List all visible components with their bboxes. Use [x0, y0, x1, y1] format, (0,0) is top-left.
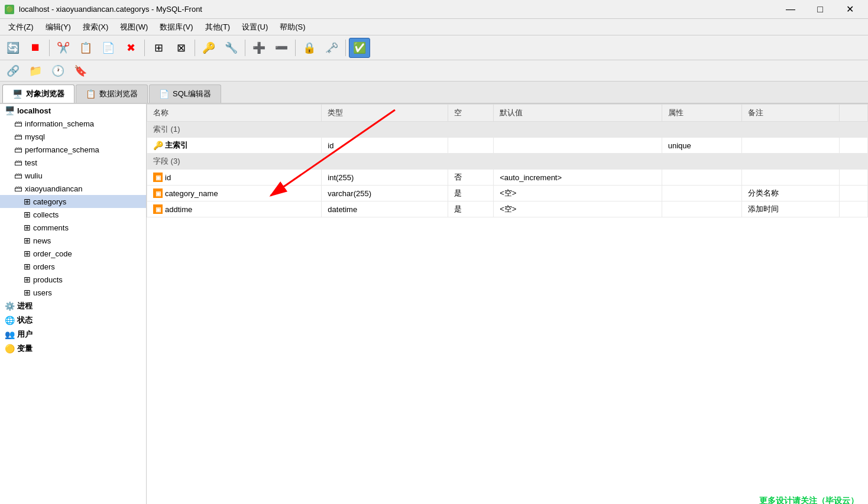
refresh-button[interactable]: 🔄 — [2, 38, 24, 58]
sidebar-item-categorys[interactable]: ⊞ categorys — [0, 195, 146, 208]
index-extra-cell — [840, 138, 868, 154]
add-field-button[interactable]: 🔑 — [198, 38, 219, 58]
sql-editor-icon: 📄 — [159, 89, 169, 99]
field-addtime-name: addtime — [165, 205, 192, 214]
cut-button[interactable]: ✂️ — [53, 38, 74, 58]
sidebar-item-users[interactable]: ⊞ users — [0, 286, 146, 299]
section-index-label: 索引 (1) — [147, 122, 868, 138]
field-catname-name: category_name — [165, 189, 218, 198]
watermark: 更多设计请关注（毕设云） bisheyun.com — [759, 496, 859, 504]
sidebar-item-mysql-label: mysql — [25, 132, 45, 141]
table-row[interactable]: ▣ category_name varchar(255) 是 <空> 分类名称 — [147, 186, 868, 201]
sidebar-item-test-label: test — [25, 158, 37, 167]
main-area: 🖥️ localhost 🗃 information_schema 🗃 mysq… — [0, 104, 868, 504]
sidebar-item-process[interactable]: ⚙️ 进程 — [0, 299, 146, 313]
table-row[interactable]: 🔑 主索引 id unique — [147, 138, 868, 154]
title-bar: 🟢 localhost - xiaoyuandiancan.categorys … — [0, 0, 868, 19]
sidebar-item-localhost[interactable]: 🖥️ localhost — [0, 104, 146, 117]
field-id-null: 否 — [448, 170, 494, 186]
sidebar-item-mysql[interactable]: 🗃 mysql — [0, 130, 146, 143]
remove-index-button[interactable]: ➖ — [271, 38, 292, 58]
sidebar-item-status[interactable]: 🌐 状态 — [0, 313, 146, 327]
sidebar-item-localhost-label: localhost — [17, 106, 51, 115]
menu-file[interactable]: 文件(Z) — [2, 19, 40, 35]
tab-sql-editor[interactable]: 📄 SQL编辑器 — [149, 84, 221, 103]
sidebar-item-performance-schema[interactable]: 🗃 performance_schema — [0, 143, 146, 156]
checklist-button[interactable]: ✅ — [349, 38, 370, 58]
section-index: 索引 (1) — [147, 122, 868, 138]
toolbar-row2: 🔗 📁 🕐 🔖 — [0, 60, 868, 82]
close-button[interactable]: ✕ — [836, 0, 863, 19]
minimize-button[interactable]: — — [777, 0, 804, 19]
sidebar-item-test[interactable]: 🗃 test — [0, 156, 146, 169]
sidebar-item-orders[interactable]: ⊞ orders — [0, 260, 146, 273]
tab-data-browser-label: 数据浏览器 — [99, 89, 138, 99]
sidebar-item-categorys-label: categorys — [33, 197, 66, 206]
lock-button[interactable]: 🔒 — [299, 38, 320, 58]
field-addtime-type: datetime — [322, 201, 448, 217]
index-null-cell — [448, 138, 494, 154]
menu-edit[interactable]: 编辑(Y) — [40, 19, 77, 35]
users-icon: 👥 — [5, 330, 15, 339]
field-catname-attr — [662, 186, 742, 201]
sidebar-item-xiaoyuandiancan[interactable]: 🗃 xiaoyuandiancan — [0, 182, 146, 195]
menu-settings[interactable]: 设置(U) — [236, 19, 274, 35]
db-icon-5: 🗃 — [14, 171, 22, 180]
sidebar-item-collects-label: collects — [33, 210, 59, 219]
index-type-cell: id — [322, 138, 448, 154]
section-fields-label: 字段 (3) — [147, 154, 868, 170]
nav-button2[interactable]: 📁 — [25, 61, 46, 81]
sidebar-item-wuliu-label: wuliu — [25, 171, 43, 180]
sidebar-item-orders-label: orders — [33, 262, 55, 271]
menu-search[interactable]: 搜索(X) — [77, 19, 114, 35]
edit-field-button[interactable]: 🔧 — [221, 38, 242, 58]
sidebar-item-products[interactable]: ⊞ products — [0, 273, 146, 286]
table-row[interactable]: ▣ addtime datetime 是 <空> 添加时间 — [147, 201, 868, 217]
nav-button1[interactable]: 🔗 — [2, 61, 24, 81]
index-comment-cell — [742, 138, 840, 154]
section-fields: 字段 (3) — [147, 154, 868, 170]
field-icon-id: ▣ — [153, 173, 163, 182]
field-addtime-comment: 添加时间 — [742, 201, 840, 217]
menu-database[interactable]: 数据库(V) — [154, 19, 199, 35]
table-x-button[interactable]: ⊠ — [170, 38, 192, 58]
sidebar-item-wuliu[interactable]: 🗃 wuliu — [0, 169, 146, 182]
paste-button[interactable]: 📄 — [98, 38, 119, 58]
key-button[interactable]: 🗝️ — [321, 38, 342, 58]
sidebar-item-news[interactable]: ⊞ news — [0, 234, 146, 247]
add-index-button[interactable]: ➕ — [248, 38, 270, 58]
sidebar-item-variables-label: 变量 — [17, 343, 33, 354]
table-icon-products: ⊞ — [24, 275, 31, 284]
sidebar-item-order-code-label: order_code — [33, 249, 72, 258]
watermark-line1: 更多设计请关注（毕设云） — [759, 496, 859, 504]
sidebar-item-collects[interactable]: ⊞ collects — [0, 208, 146, 221]
stop-button[interactable]: ⏹ — [25, 38, 46, 58]
sidebar-item-information-schema[interactable]: 🗃 information_schema — [0, 117, 146, 130]
table-row[interactable]: ▣ id int(255) 否 <auto_increment> — [147, 170, 868, 186]
sidebar-item-users-root[interactable]: 👥 用户 — [0, 327, 146, 342]
menu-other[interactable]: 其他(T) — [199, 19, 237, 35]
menu-view[interactable]: 视图(W) — [114, 19, 154, 35]
sidebar-item-comments[interactable]: ⊞ comments — [0, 221, 146, 234]
field-catname-default: <空> — [494, 186, 662, 201]
tab-data-browser[interactable]: 📋 数据浏览器 — [76, 84, 148, 103]
schema-table: 名称 类型 空 默认值 属性 备注 索引 (1) 🔑 — [147, 104, 868, 217]
maximize-button[interactable]: □ — [807, 0, 834, 19]
tab-object-browser[interactable]: 🖥️ 对象浏览器 — [2, 84, 75, 103]
sidebar-item-products-label: products — [33, 275, 63, 284]
delete-button[interactable]: ✖ — [120, 38, 141, 58]
db-icon-1: 🗃 — [14, 119, 22, 128]
menu-bar: 文件(Z) 编辑(Y) 搜索(X) 视图(W) 数据库(V) 其他(T) 设置(… — [0, 19, 868, 35]
copy-button[interactable]: 📋 — [75, 38, 96, 58]
field-addtime-name-cell: ▣ addtime — [147, 201, 322, 217]
toolbar-row1: 🔄 ⏹ ✂️ 📋 📄 ✖ ⊞ ⊠ 🔑 🔧 ➕ ➖ 🔒 🗝️ ✅ — [0, 35, 868, 60]
nav-button4[interactable]: 🔖 — [70, 61, 91, 81]
sidebar-item-status-label: 状态 — [17, 315, 33, 326]
nav-button3[interactable]: 🕐 — [47, 61, 69, 81]
sidebar-item-variables[interactable]: 🟡 变量 — [0, 342, 146, 356]
sidebar-item-order-code[interactable]: ⊞ order_code — [0, 247, 146, 260]
field-id-comment — [742, 170, 840, 186]
table-button[interactable]: ⊞ — [148, 38, 169, 58]
object-browser-icon: 🖥️ — [12, 89, 22, 99]
menu-help[interactable]: 帮助(S) — [274, 19, 311, 35]
